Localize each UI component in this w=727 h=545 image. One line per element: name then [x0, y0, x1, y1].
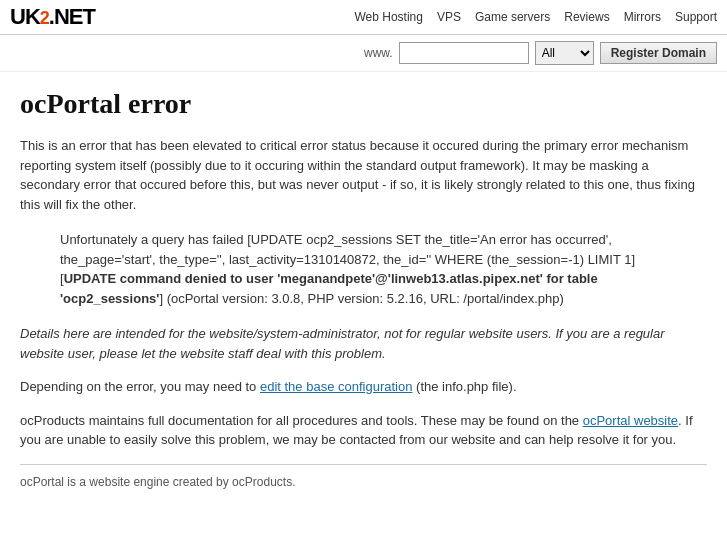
- nav-game-servers[interactable]: Game servers: [475, 10, 550, 24]
- top-nav: Web Hosting VPS Game servers Reviews Mir…: [354, 10, 717, 24]
- nav-reviews[interactable]: Reviews: [564, 10, 609, 24]
- config-paragraph: Depending on the error, you may need to …: [20, 377, 707, 397]
- footer-text: ocPortal is a website engine created by …: [20, 475, 707, 489]
- www-label: www.: [364, 46, 393, 60]
- italic-notice: Details here are intended for the websit…: [20, 324, 707, 363]
- logo-two: 2: [40, 8, 49, 28]
- intro-paragraph: This is an error that has been elevated …: [20, 136, 707, 214]
- logo-uk: UK: [10, 4, 40, 29]
- register-domain-button[interactable]: Register Domain: [600, 42, 717, 64]
- nav-vps[interactable]: VPS: [437, 10, 461, 24]
- site-logo[interactable]: UK2.NET: [10, 4, 95, 30]
- nav-mirrors[interactable]: Mirrors: [624, 10, 661, 24]
- nav-web-hosting[interactable]: Web Hosting: [354, 10, 422, 24]
- domain-input[interactable]: [399, 42, 529, 64]
- error-detail-end: ] (ocPortal version: 3.0.8, PHP version:…: [159, 291, 563, 306]
- nav-support[interactable]: Support: [675, 10, 717, 24]
- tld-select[interactable]: All .com .co.uk .net .org: [535, 41, 594, 65]
- domain-search-bar: www. All .com .co.uk .net .org Register …: [0, 35, 727, 72]
- site-header: UK2.NET Web Hosting VPS Game servers Rev…: [0, 0, 727, 35]
- error-detail-block: Unfortunately a query has failed [UPDATE…: [60, 230, 667, 308]
- config-para-suffix: (the info.php file).: [412, 379, 516, 394]
- config-para-prefix: Depending on the error, you may need to: [20, 379, 260, 394]
- footer-divider: [20, 464, 707, 465]
- ocportal-website-link[interactable]: ocPortal website: [583, 413, 678, 428]
- docs-paragraph: ocProducts maintains full documentation …: [20, 411, 707, 450]
- main-content: ocPortal error This is an error that has…: [0, 72, 727, 505]
- edit-base-config-link[interactable]: edit the base configuration: [260, 379, 413, 394]
- logo-net: .NET: [49, 4, 95, 29]
- page-title: ocPortal error: [20, 88, 707, 120]
- docs-para-prefix: ocProducts maintains full documentation …: [20, 413, 583, 428]
